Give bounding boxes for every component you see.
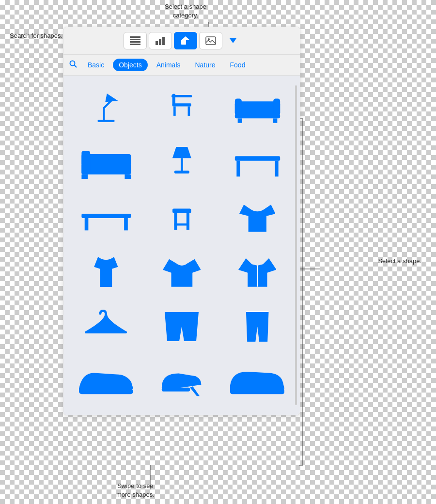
svg-rect-58: [79, 389, 133, 394]
search-icon[interactable]: [69, 60, 77, 70]
svg-marker-15: [181, 36, 190, 40]
annotation-category: Select a shapecategory.: [165, 2, 206, 20]
category-nature[interactable]: Nature: [189, 59, 221, 71]
dropdown-button[interactable]: [226, 34, 240, 47]
svg-rect-12: [159, 39, 161, 45]
shape-shorts[interactable]: [149, 305, 215, 348]
annotation-shape: Select a shape.: [378, 257, 421, 266]
image-button[interactable]: [199, 32, 222, 49]
shape-sweater[interactable]: [149, 250, 215, 294]
svg-rect-41: [125, 174, 131, 179]
shape-pants[interactable]: [224, 305, 290, 348]
svg-marker-18: [230, 38, 236, 43]
shape-panel: Basic Objects Animals Nature Food: [63, 27, 300, 415]
shapes-button[interactable]: [174, 32, 197, 49]
svg-marker-42: [172, 147, 191, 158]
svg-rect-10: [130, 44, 140, 45]
svg-rect-29: [187, 106, 190, 115]
svg-rect-49: [84, 218, 88, 230]
shape-tshirt[interactable]: [224, 195, 290, 239]
category-food[interactable]: Food: [224, 59, 251, 71]
annotation-search: Search for shapes.: [10, 32, 62, 40]
shape-jacket[interactable]: [224, 250, 290, 294]
svg-rect-22: [103, 107, 105, 121]
svg-rect-21: [98, 120, 115, 122]
svg-rect-33: [273, 99, 280, 116]
svg-rect-40: [81, 174, 88, 179]
svg-rect-30: [171, 95, 192, 97]
shape-heels[interactable]: [149, 360, 215, 404]
svg-rect-59: [162, 387, 190, 391]
toolbar: [63, 27, 300, 55]
shape-hanger[interactable]: [73, 305, 139, 348]
svg-rect-60: [230, 389, 284, 394]
svg-line-20: [75, 65, 77, 68]
chart-button[interactable]: [149, 32, 172, 49]
scroll-indicator[interactable]: [295, 85, 297, 405]
category-bar: Basic Objects Animals Nature Food: [63, 55, 300, 76]
shape-shoes[interactable]: [224, 360, 290, 404]
shape-sneaker[interactable]: [73, 360, 139, 404]
svg-rect-53: [187, 213, 189, 230]
svg-rect-51: [172, 208, 191, 213]
svg-rect-43: [181, 158, 183, 172]
shape-coffee-table[interactable]: [73, 195, 139, 239]
svg-rect-32: [234, 99, 241, 116]
svg-rect-8: [130, 39, 140, 40]
shape-tank-top[interactable]: [73, 250, 139, 294]
svg-rect-36: [273, 118, 277, 123]
shapes-grid: [63, 76, 300, 415]
shape-sofa[interactable]: [224, 85, 290, 129]
annotation-swipe: Swipe to seemore shapes.: [116, 482, 155, 499]
svg-rect-34: [234, 114, 280, 118]
svg-point-19: [70, 61, 75, 66]
table-button[interactable]: [124, 32, 147, 49]
svg-rect-45: [234, 157, 280, 161]
shape-stool[interactable]: [149, 195, 215, 239]
shape-table-lamp[interactable]: [149, 140, 215, 184]
category-objects[interactable]: Objects: [113, 59, 147, 71]
svg-rect-47: [275, 161, 278, 177]
svg-rect-52: [174, 213, 177, 230]
svg-rect-48: [81, 214, 131, 218]
svg-rect-14: [181, 40, 186, 45]
svg-rect-7: [130, 36, 140, 38]
svg-rect-9: [130, 41, 140, 43]
shape-chair[interactable]: [149, 85, 215, 129]
svg-rect-39: [81, 151, 90, 174]
svg-rect-44: [174, 171, 189, 173]
svg-rect-54: [174, 223, 189, 225]
svg-rect-50: [124, 218, 128, 230]
svg-rect-28: [173, 106, 176, 115]
svg-rect-46: [236, 161, 240, 177]
svg-rect-11: [156, 41, 158, 45]
category-basic[interactable]: Basic: [82, 59, 110, 71]
category-animals[interactable]: Animals: [151, 59, 187, 71]
svg-rect-35: [237, 118, 242, 123]
shape-bed[interactable]: [73, 140, 139, 184]
svg-rect-13: [162, 37, 165, 45]
shape-desk[interactable]: [224, 140, 290, 184]
shape-desk-lamp[interactable]: [73, 85, 139, 129]
